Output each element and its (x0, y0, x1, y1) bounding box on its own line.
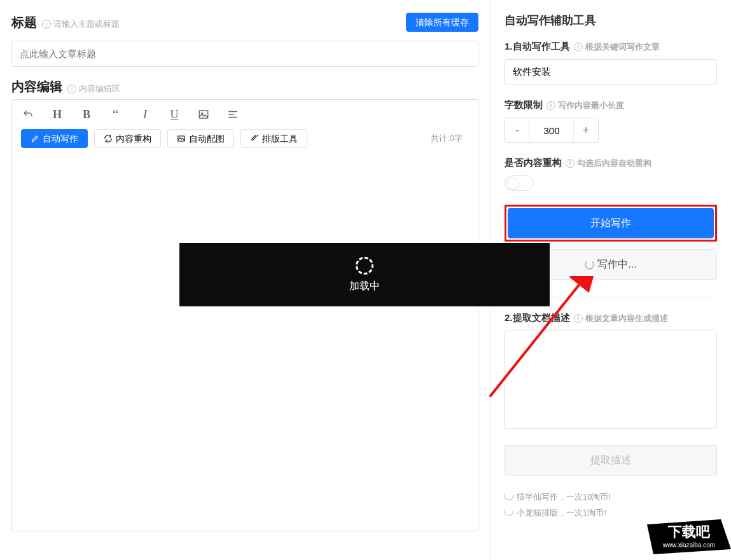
bowl-icon (505, 510, 513, 516)
start-write-highlight: 开始写作 (505, 205, 717, 242)
image-icon[interactable] (197, 107, 211, 121)
content-label: 内容编辑 (11, 78, 62, 95)
rebuild-button[interactable]: 内容重构 (94, 129, 161, 148)
bowl-icon (505, 494, 513, 500)
word-count: 共计:0字 (431, 133, 469, 144)
layout-button[interactable]: 排版工具 (240, 129, 307, 148)
stepper-minus[interactable]: - (505, 118, 529, 142)
undo-icon[interactable] (21, 107, 35, 121)
heading-icon[interactable]: H (50, 107, 64, 121)
info-icon: i (547, 101, 555, 110)
auto-image-button[interactable]: 自动配图 (167, 129, 234, 148)
stepper-plus[interactable]: + (574, 118, 598, 142)
wordcount-label: 字数限制 (505, 99, 543, 111)
auto-write-button[interactable]: 自动写作 (21, 129, 88, 148)
svg-text:www.xiazaiba.com: www.xiazaiba.com (662, 542, 715, 549)
underline-icon[interactable]: U (167, 107, 181, 121)
section-2-label: 2.提取文档描述 (505, 312, 570, 324)
extract-button[interactable]: 提取描述 (505, 445, 717, 475)
section-1-label: 1.自动写作工具 (505, 41, 570, 53)
wordcount-input[interactable] (529, 118, 574, 142)
editor: H B “ I U 自动写作 内容重构 自动配图 排版工具 共计:0字 (11, 99, 478, 531)
info-icon: i (566, 159, 574, 168)
rebuild-toggle[interactable] (505, 175, 534, 191)
description-textarea[interactable] (505, 331, 717, 429)
watermark: 下载吧 www.xiazaiba.com (647, 519, 731, 556)
wordcount-stepper: - + (505, 118, 599, 143)
info-icon: i (574, 43, 583, 51)
quote-icon[interactable]: “ (109, 107, 123, 121)
content-hint: i内容编辑区 (67, 83, 120, 95)
svg-rect-0 (199, 111, 208, 118)
section-1-hint: i根据关键词写作文章 (574, 41, 660, 53)
spinner-icon (356, 257, 373, 275)
rebuild-label: 是否内容重构 (505, 157, 562, 169)
clear-cache-button[interactable]: 清除所有缓存 (406, 13, 478, 32)
info-icon: i (574, 314, 583, 323)
loading-text: 加载中 (349, 280, 380, 293)
editor-toolbar-action: 自动写作 内容重构 自动配图 排版工具 共计:0字 (12, 129, 478, 156)
svg-text:下载吧: 下载吧 (667, 524, 711, 540)
title-label: 标题 (11, 14, 37, 31)
loading-overlay: 加载中 (179, 243, 550, 306)
title-hint: i请输入主题或标题 (42, 18, 120, 30)
start-write-button[interactable]: 开始写作 (508, 208, 714, 238)
info-icon: i (42, 20, 51, 29)
panel-title: 自动写作辅助工具 (505, 13, 717, 28)
info-icon: i (67, 85, 76, 93)
keyword-input[interactable] (505, 59, 717, 85)
align-icon[interactable] (226, 107, 240, 121)
wordcount-hint: i写作内容最小长度 (547, 100, 624, 111)
editor-content[interactable] (12, 156, 478, 531)
title-input[interactable] (11, 41, 478, 67)
editor-toolbar-format: H B “ I U (12, 100, 478, 129)
bold-icon[interactable]: B (80, 107, 94, 121)
rebuild-hint: i勾选后内容自动重构 (566, 158, 651, 169)
spinner-icon (585, 260, 594, 270)
note-1: 猫半仙写作，一次10淘币! (505, 489, 717, 505)
note-2: 小龙猫排版，一次1淘币! (505, 505, 717, 521)
section-2-hint: i根据文章内容生成描述 (574, 313, 668, 324)
italic-icon[interactable]: I (138, 107, 152, 121)
